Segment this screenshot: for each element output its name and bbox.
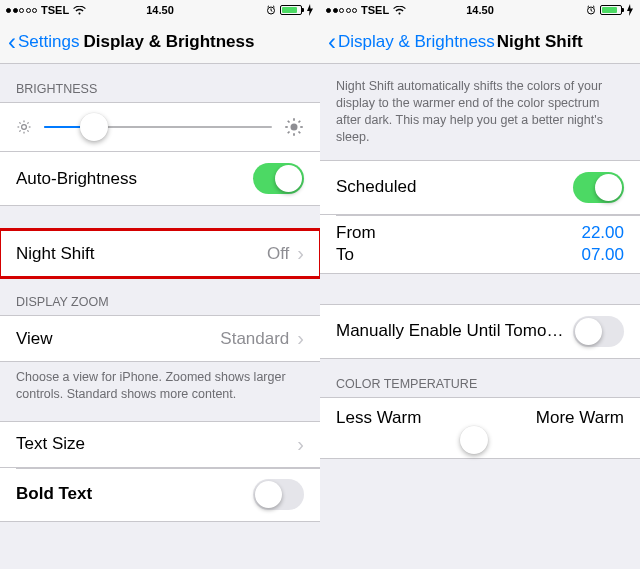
scheduled-label: Scheduled	[336, 177, 416, 197]
battery-icon	[280, 5, 302, 15]
night-shift-row[interactable]: Night Shift Off ›	[0, 231, 320, 276]
back-label: Settings	[18, 32, 79, 52]
status-bar: TSEL 14.50	[0, 0, 320, 20]
signal-dots-icon	[326, 8, 357, 13]
battery-icon	[600, 5, 622, 15]
carrier-label: TSEL	[41, 4, 69, 16]
brightness-slider-row	[0, 102, 320, 151]
chevron-right-icon: ›	[297, 433, 304, 456]
charging-icon	[306, 4, 314, 16]
carrier-label: TSEL	[361, 4, 389, 16]
scheduled-toggle[interactable]	[573, 172, 624, 203]
wifi-icon	[393, 6, 406, 15]
section-header-color-temp: COLOR TEMPERATURE	[320, 359, 640, 397]
section-header-display-zoom: DISPLAY ZOOM	[0, 277, 320, 315]
back-button[interactable]: ‹ Display & Brightness	[328, 30, 495, 54]
screen-display-brightness: TSEL 14.50 ‹ Settings Display & Brightne…	[0, 0, 320, 569]
back-button[interactable]: ‹ Settings	[8, 30, 79, 54]
svg-line-7	[27, 130, 28, 131]
nav-bar: ‹ Display & Brightness Night Shift	[320, 20, 640, 64]
more-warm-label: More Warm	[536, 408, 624, 428]
to-label: To	[336, 245, 354, 265]
auto-brightness-toggle[interactable]	[253, 163, 304, 194]
display-zoom-footer: Choose a view for iPhone. Zoomed shows l…	[0, 362, 320, 407]
auto-brightness-label: Auto-Brightness	[16, 169, 137, 189]
auto-brightness-row: Auto-Brightness	[0, 152, 320, 205]
view-row[interactable]: View Standard ›	[0, 316, 320, 361]
status-bar: TSEL 14.50	[320, 0, 640, 20]
from-value: 22.00	[581, 223, 624, 243]
nav-bar: ‹ Settings Display & Brightness	[0, 20, 320, 64]
chevron-right-icon: ›	[297, 327, 304, 350]
sun-small-icon	[16, 119, 32, 135]
night-shift-value: Off	[267, 244, 289, 264]
bold-text-label: Bold Text	[16, 484, 92, 504]
scheduled-row: Scheduled	[320, 161, 640, 214]
charging-icon	[626, 4, 634, 16]
text-size-row[interactable]: Text Size ›	[0, 422, 320, 467]
night-shift-label: Night Shift	[16, 244, 94, 264]
chevron-left-icon: ‹	[328, 30, 336, 54]
alarm-icon	[266, 5, 276, 15]
slider-knob[interactable]	[80, 113, 108, 141]
less-warm-label: Less Warm	[336, 408, 421, 428]
manual-enable-row: Manually Enable Until Tomorr...	[320, 305, 640, 358]
svg-line-16	[299, 132, 301, 134]
screen-night-shift: TSEL 14.50 ‹ Display & Brightness Night …	[320, 0, 640, 569]
section-header-brightness: BRIGHTNESS	[0, 64, 320, 102]
svg-line-8	[27, 122, 28, 123]
slider-knob[interactable]	[460, 426, 488, 454]
schedule-times-row[interactable]: From 22.00 To 07.00	[320, 214, 640, 273]
wifi-icon	[73, 6, 86, 15]
text-size-label: Text Size	[16, 434, 85, 454]
night-shift-intro: Night Shift automatically shifts the col…	[320, 64, 640, 160]
svg-line-9	[19, 130, 20, 131]
bold-text-toggle[interactable]	[253, 479, 304, 510]
alarm-icon	[586, 5, 596, 15]
svg-point-1	[22, 125, 27, 130]
brightness-slider[interactable]	[44, 126, 272, 128]
clock-label: 14.50	[146, 4, 174, 16]
to-value: 07.00	[581, 245, 624, 265]
page-title: Night Shift	[497, 32, 583, 52]
from-label: From	[336, 223, 376, 243]
clock-label: 14.50	[466, 4, 494, 16]
svg-point-10	[291, 124, 298, 131]
color-temp-row: Less Warm More Warm	[320, 398, 640, 458]
chevron-left-icon: ‹	[8, 30, 16, 54]
svg-line-18	[288, 132, 290, 134]
bold-text-row: Bold Text	[0, 467, 320, 521]
svg-line-15	[288, 121, 290, 123]
manual-enable-label: Manually Enable Until Tomorr...	[336, 321, 566, 341]
view-value: Standard	[220, 329, 289, 349]
back-label: Display & Brightness	[338, 32, 495, 52]
svg-line-6	[19, 122, 20, 123]
chevron-right-icon: ›	[297, 242, 304, 265]
svg-line-17	[299, 121, 301, 123]
manual-enable-toggle[interactable]	[573, 316, 624, 347]
view-label: View	[16, 329, 53, 349]
page-title: Display & Brightness	[83, 32, 254, 52]
sun-large-icon	[284, 117, 304, 137]
signal-dots-icon	[6, 8, 37, 13]
